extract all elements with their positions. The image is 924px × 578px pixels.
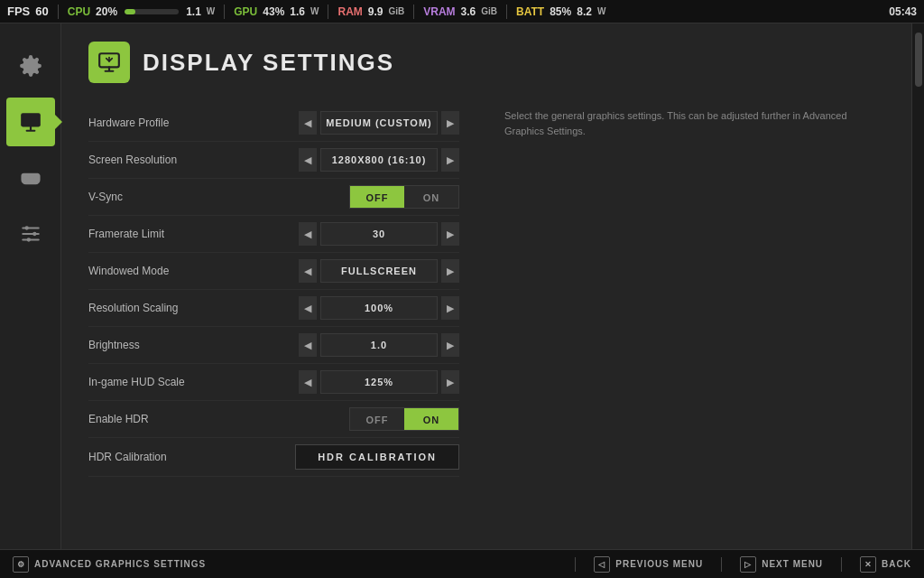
hud-divider-4 (413, 5, 414, 19)
svg-point-4 (26, 238, 30, 241)
fps-label: FPS (7, 5, 30, 18)
vsync-off-btn[interactable]: OFF (350, 186, 404, 209)
settings-description: Select the general graphics settings. Th… (486, 105, 884, 477)
value-brightness: 1.0 (320, 333, 438, 357)
label-hud-scale: In-game HUD Scale (88, 376, 206, 388)
hardware-profile-next[interactable]: ▶ (441, 111, 459, 135)
scrollbar-thumb[interactable] (915, 33, 922, 87)
page-header: DISPLAY SETTINGS (88, 42, 884, 83)
cpu-bar-fill (125, 9, 135, 14)
clock: 05:43 (889, 5, 917, 18)
control-framerate-limit: ◀ 30 ▶ (299, 222, 459, 246)
next-menu-icon: ▷ (740, 556, 756, 573)
label-hdr-calibration: HDR Calibration (88, 451, 206, 463)
next-menu-label: NEXT MENU (762, 559, 823, 569)
sidebar-active-arrow (55, 115, 62, 129)
vram-label: VRAM (423, 5, 455, 18)
advanced-graphics-label: ADVANCED GRAPHICS SETTINGS (34, 559, 206, 569)
hud-scale-prev[interactable]: ◀ (299, 370, 317, 394)
setting-row-hdr-calibration: HDR Calibration HDR CALIBRATION (88, 438, 459, 477)
gpu-watts-unit: W (310, 6, 319, 16)
control-hdr-calibration: HDR CALIBRATION (295, 444, 459, 470)
vram-unit: GiB (481, 6, 497, 16)
setting-row-hud-scale: In-game HUD Scale ◀ 125% ▶ (88, 364, 459, 401)
bottom-divider-1 (575, 557, 576, 572)
control-enable-hdr: OFF ON (349, 407, 459, 431)
settings-grid: Hardware Profile ◀ MEDIUM (CUSTOM) ▶ Scr… (88, 105, 884, 477)
display-icon (97, 51, 121, 74)
bottom-divider-3 (841, 557, 842, 572)
setting-row-windowed-mode: Windowed Mode ◀ FULLSCREEN ▶ (88, 253, 459, 290)
value-hud-scale: 125% (320, 370, 438, 394)
hdr-toggle: OFF ON (349, 407, 459, 431)
brightness-next[interactable]: ▶ (441, 333, 459, 357)
value-resolution-scaling: 100% (320, 296, 438, 320)
back-btn[interactable]: ✕ BACK (860, 556, 911, 573)
page-icon-wrap (88, 42, 130, 83)
screen-resolution-prev[interactable]: ◀ (299, 148, 317, 172)
sidebar-item-gamepad[interactable] (6, 154, 55, 202)
framerate-limit-next[interactable]: ▶ (441, 222, 459, 246)
value-screen-resolution: 1280X800 (16:10) (320, 148, 438, 172)
setting-row-enable-hdr: Enable HDR OFF ON (88, 401, 459, 438)
control-hardware-profile: ◀ MEDIUM (CUSTOM) ▶ (299, 111, 459, 135)
sidebar-item-settings[interactable] (6, 42, 55, 90)
bottom-bar: ⚙ ADVANCED GRAPHICS SETTINGS ◁ PREVIOUS … (0, 549, 924, 578)
label-screen-resolution: Screen Resolution (88, 154, 206, 166)
control-vsync: OFF ON (349, 185, 459, 209)
hdr-calibration-button[interactable]: HDR CALIBRATION (295, 444, 459, 470)
setting-row-resolution-scaling: Resolution Scaling ◀ 100% ▶ (88, 290, 459, 327)
hud-divider-5 (506, 5, 507, 19)
brightness-prev[interactable]: ◀ (299, 333, 317, 357)
hdr-on-btn[interactable]: ON (404, 408, 458, 431)
setting-row-hardware-profile: Hardware Profile ◀ MEDIUM (CUSTOM) ▶ (88, 105, 459, 142)
batt-pct: 85% (550, 5, 571, 18)
windowed-mode-prev[interactable]: ◀ (299, 259, 317, 283)
label-hardware-profile: Hardware Profile (88, 117, 206, 129)
cpu-watts-unit: W (207, 6, 215, 16)
ram-val: 9.9 (368, 5, 383, 18)
svg-point-3 (32, 232, 36, 236)
framerate-limit-prev[interactable]: ◀ (299, 222, 317, 246)
value-framerate-limit: 30 (320, 222, 438, 246)
setting-row-screen-resolution: Screen Resolution ◀ 1280X800 (16:10) ▶ (88, 142, 459, 179)
sidebar-item-controls[interactable] (6, 210, 55, 258)
hud-divider-1 (58, 5, 59, 19)
prev-menu-label: PREVIOUS MENU (615, 559, 703, 569)
bottom-divider-2 (721, 557, 722, 572)
label-windowed-mode: Windowed Mode (88, 265, 206, 277)
batt-watts-unit: W (597, 6, 605, 16)
previous-menu-btn[interactable]: ◁ PREVIOUS MENU (594, 556, 703, 573)
scrollbar-area[interactable] (911, 23, 924, 549)
batt-watts: 8.2 (577, 5, 592, 18)
back-label: BACK (882, 559, 911, 569)
hud-divider-3 (328, 5, 328, 19)
windowed-mode-next[interactable]: ▶ (441, 259, 459, 283)
label-resolution-scaling: Resolution Scaling (88, 302, 206, 314)
main-layout: DISPLAY SETTINGS Hardware Profile ◀ MEDI… (0, 23, 924, 549)
screen-resolution-next[interactable]: ▶ (441, 148, 459, 172)
next-menu-btn[interactable]: ▷ NEXT MENU (740, 556, 823, 573)
resolution-scaling-next[interactable]: ▶ (441, 296, 459, 320)
label-enable-hdr: Enable HDR (88, 413, 206, 425)
control-resolution-scaling: ◀ 100% ▶ (299, 296, 459, 320)
vsync-on-btn[interactable]: ON (404, 186, 458, 209)
svg-rect-1 (23, 115, 38, 125)
hdr-off-btn[interactable]: OFF (350, 408, 404, 431)
hud-scale-next[interactable]: ▶ (441, 370, 459, 394)
settings-left: Hardware Profile ◀ MEDIUM (CUSTOM) ▶ Scr… (88, 105, 486, 477)
sidebar-item-display[interactable] (6, 98, 55, 146)
label-vsync: V-Sync (88, 191, 206, 203)
control-brightness: ◀ 1.0 ▶ (299, 333, 459, 357)
vsync-toggle: OFF ON (349, 185, 459, 209)
hud-divider-2 (224, 5, 225, 19)
cpu-bar (125, 9, 179, 14)
setting-row-brightness: Brightness ◀ 1.0 ▶ (88, 327, 459, 364)
advanced-graphics-btn[interactable]: ⚙ ADVANCED GRAPHICS SETTINGS (13, 556, 206, 573)
gpu-label: GPU (234, 5, 257, 18)
resolution-scaling-prev[interactable]: ◀ (299, 296, 317, 320)
prev-menu-icon: ◁ (594, 556, 610, 573)
hud-bar: FPS 60 CPU 20% 1.1 W GPU 43% 1.6 W RAM 9… (0, 0, 924, 23)
ram-label: RAM (337, 5, 362, 18)
hardware-profile-prev[interactable]: ◀ (299, 111, 317, 135)
